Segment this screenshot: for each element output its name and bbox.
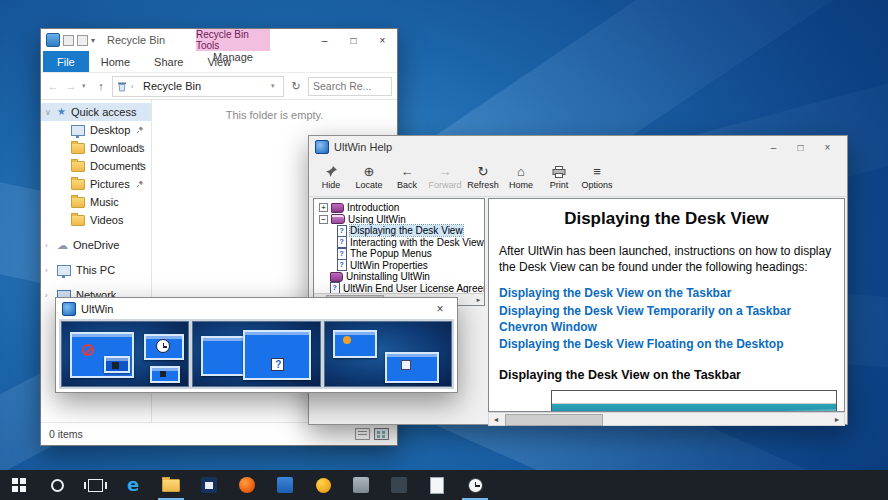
sidebar-item-music[interactable]: Music	[41, 193, 151, 211]
address-dropdown-icon[interactable]: ▾	[271, 82, 279, 90]
tree-item-using-ultwin[interactable]: − Using UltWin	[317, 214, 484, 226]
breadcrumb[interactable]: Recycle Bin	[143, 80, 201, 92]
mini-app-icon	[401, 360, 411, 370]
tree-item-introduction[interactable]: + Introduction	[317, 202, 484, 214]
collapse-minus-icon[interactable]: −	[319, 215, 328, 224]
scroll-right-icon[interactable]: ►	[830, 416, 844, 423]
taskbar-app-gray[interactable]	[342, 470, 380, 500]
minimize-button[interactable]: –	[760, 142, 787, 153]
orange-ball-icon	[316, 478, 331, 493]
topic-link-chevron-window[interactable]: Displaying the Desk View Temporarily on …	[499, 304, 834, 335]
help-window-title: UltWin Help	[334, 141, 392, 153]
collapse-chevron-icon[interactable]: ›	[45, 241, 48, 250]
qat-button-1[interactable]	[63, 35, 74, 46]
hide-button[interactable]: Hide	[313, 160, 349, 194]
task-view-button[interactable]	[76, 470, 114, 500]
qat-button-2[interactable]	[77, 35, 88, 46]
sidebar-item-onedrive[interactable]: › ☁ OneDrive	[41, 236, 151, 254]
help-contents-tree-pane[interactable]: + Introduction − Using UltWin Displaying…	[313, 198, 485, 306]
back-button[interactable]: ← Back	[389, 160, 425, 194]
tab-home[interactable]: Home	[89, 51, 142, 72]
taskbar-app-file-explorer[interactable]	[152, 470, 190, 500]
taskbar-app-store[interactable]	[190, 470, 228, 500]
start-button[interactable]	[0, 470, 38, 500]
close-button[interactable]: ×	[814, 142, 841, 153]
maximize-button[interactable]: □	[339, 29, 368, 51]
topic-link-floating-desktop[interactable]: Displaying the Desk View Floating on the…	[499, 337, 834, 353]
scrollbar-thumb[interactable]	[505, 414, 603, 426]
mini-window[interactable]	[385, 352, 439, 383]
desk-panel-3[interactable]	[324, 321, 452, 387]
expand-plus-icon[interactable]: +	[319, 203, 328, 212]
mini-window[interactable]	[333, 330, 377, 358]
desk-panel-2[interactable]	[192, 321, 320, 387]
explorer-title-bar[interactable]: ▾ Recycle Bin Recycle Bin Tools – □ ×	[41, 29, 397, 51]
taskbar-app-edge[interactable]: e	[114, 470, 152, 500]
minimize-button[interactable]: –	[310, 29, 339, 51]
windows-logo-icon	[12, 478, 26, 492]
tree-item-popup-menus[interactable]: The Popup Menus	[317, 248, 484, 260]
options-button[interactable]: ≡ Options	[579, 160, 615, 194]
toolbar-label: Back	[397, 180, 417, 190]
help-page-icon	[337, 225, 347, 237]
address-box[interactable]: › Recycle Bin ▾	[112, 76, 284, 97]
maximize-button[interactable]: □	[787, 142, 814, 153]
qat-customize-dropdown-icon[interactable]: ▾	[91, 36, 95, 45]
up-button[interactable]: ↑	[94, 80, 108, 92]
search-button[interactable]	[38, 470, 76, 500]
collapse-chevron-icon[interactable]: ›	[45, 266, 48, 275]
sidebar-item-pictures[interactable]: Pictures	[41, 175, 151, 193]
taskbar-app-firefox[interactable]	[228, 470, 266, 500]
tree-item-interacting-desk-view[interactable]: Interacting with the Desk View	[317, 237, 484, 249]
home-button[interactable]: ⌂ Home	[503, 160, 539, 194]
tree-item-label: Interacting with the Desk View	[350, 237, 484, 248]
taskbar-app-doc[interactable]	[418, 470, 456, 500]
mini-window[interactable]	[243, 330, 311, 380]
locate-button[interactable]: ⊕ Locate	[351, 160, 387, 194]
large-icons-view-button[interactable]	[374, 428, 389, 440]
print-button[interactable]: Print	[541, 160, 577, 194]
close-button[interactable]: ×	[429, 302, 451, 316]
details-view-button[interactable]	[355, 428, 370, 440]
forward-arrow-icon: →	[439, 165, 452, 179]
search-input[interactable]	[308, 77, 392, 96]
recent-locations-dropdown-icon[interactable]: ▾	[82, 82, 90, 90]
sidebar-item-quick-access[interactable]: ∨ ★ Quick access	[41, 103, 151, 121]
tab-share[interactable]: Share	[142, 51, 195, 72]
refresh-button[interactable]: ↻ Refresh	[465, 160, 501, 194]
expand-chevron-icon[interactable]: ∨	[45, 108, 51, 117]
back-button[interactable]: ←	[46, 80, 60, 92]
sidebar-item-desktop[interactable]: Desktop	[41, 121, 151, 139]
taskbar-app-blue[interactable]	[266, 470, 304, 500]
tree-item-ultwin-properties[interactable]: UltWin Properties	[317, 260, 484, 272]
toolbar-label: Print	[550, 180, 569, 190]
topic-intro-paragraph: After UltWin has been launched, instruct…	[499, 243, 834, 275]
taskbar-app-dark[interactable]	[380, 470, 418, 500]
topic-horizontal-scrollbar[interactable]: ◄ ►	[488, 412, 845, 426]
ultwin-title-bar[interactable]: UltWin ×	[56, 298, 457, 319]
tree-item-uninstalling-ultwin[interactable]: Uninstalling UltWin	[317, 271, 484, 283]
scroll-right-icon[interactable]: ►	[473, 297, 484, 303]
sidebar-item-documents[interactable]: Documents	[41, 157, 151, 175]
taskbar-app-orange[interactable]	[304, 470, 342, 500]
tab-manage[interactable]: Manage	[196, 51, 270, 63]
desk-panel-1[interactable]	[61, 321, 189, 387]
tree-item-label: Introduction	[347, 202, 399, 213]
help-title-bar[interactable]: UltWin Help – □ ×	[309, 136, 847, 158]
close-button[interactable]: ×	[368, 29, 397, 51]
sidebar-item-this-pc[interactable]: › This PC	[41, 261, 151, 279]
sidebar-item-videos[interactable]: Videos	[41, 211, 151, 229]
collapse-chevron-icon[interactable]: ›	[45, 291, 48, 300]
tab-file[interactable]: File	[43, 51, 89, 72]
scroll-left-icon[interactable]: ◄	[489, 416, 503, 423]
onedrive-cloud-icon: ☁	[57, 240, 68, 251]
taskbar-app-ultwin[interactable]	[456, 470, 494, 500]
forward-button[interactable]: → Forward	[427, 160, 463, 194]
search-icon	[51, 479, 64, 492]
topic-link-taskbar[interactable]: Displaying the Desk View on the Taskbar	[499, 286, 834, 302]
refresh-button[interactable]: ↻	[288, 80, 304, 93]
tree-item-displaying-desk-view[interactable]: Displaying the Desk View	[317, 225, 484, 237]
forward-button[interactable]: →	[64, 80, 78, 92]
sidebar-item-downloads[interactable]: Downloads	[41, 139, 151, 157]
help-topic-pane[interactable]: Displaying the Desk View After UltWin ha…	[488, 198, 845, 412]
